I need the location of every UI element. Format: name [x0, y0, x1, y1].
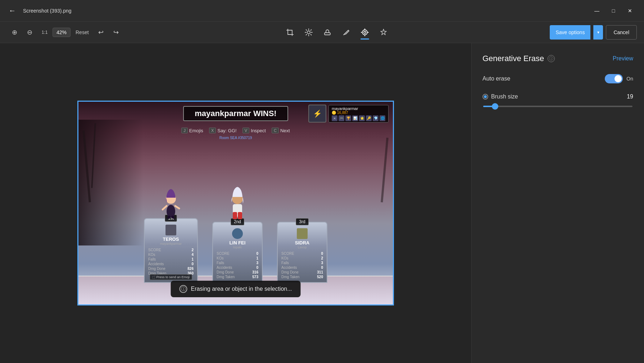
zoom-in-button[interactable]: ⊕ [7, 25, 22, 40]
status-message: Erasing area or object in the selection.… [191, 286, 292, 292]
action-key-x: X [209, 128, 216, 133]
undo-button[interactable]: ↩ [94, 25, 108, 40]
podium-name-3rd: SIDRA [295, 240, 309, 245]
brightness-tool-button[interactable] [301, 24, 317, 40]
char-1st [158, 183, 183, 220]
minimize-button[interactable]: — [589, 4, 605, 17]
save-options-dropdown-button[interactable]: ▾ [593, 25, 603, 40]
brush-size-radio[interactable] [482, 94, 488, 100]
toolbar: ⊕ ⊖ 1:1 42% Reset ↩ ↪ [0, 22, 644, 43]
status-info-icon: ⓘ [179, 285, 187, 293]
svg-point-10 [362, 30, 367, 35]
stat-icon-4: 📊 [352, 115, 358, 121]
maximize-button[interactable]: □ [605, 4, 622, 17]
svg-point-0 [307, 31, 310, 34]
podium-subname-3rd: Lavop [298, 245, 307, 249]
podium-platform-1st: 1st TEROS mayankparmar SCORE2 KOs4 Falls… [144, 218, 198, 283]
action-key-v: V [242, 128, 249, 133]
profile-stats: ⚔ 🎮 🏆 📊 ⭐ 🔑 💎 🌐 [332, 115, 385, 121]
action-label-saygg: Say: GG! [217, 128, 236, 133]
erase-tool-button[interactable] [357, 24, 373, 40]
podium-1st: 1st TEROS mayankparmar SCORE2 KOs4 Falls… [144, 183, 198, 283]
svg-rect-9 [325, 33, 330, 35]
close-button[interactable]: ✕ [622, 4, 638, 17]
brush-size-slider-track [483, 106, 632, 107]
score-grid-2nd: SCORE0 KOs1 Falls3 Accidents0 Dmg Done31… [217, 251, 258, 279]
action-next: C Next [272, 128, 290, 133]
reset-button[interactable]: Reset [71, 27, 93, 37]
toolbar-right: Save options ▾ Cancel [550, 25, 637, 40]
stat-icon-2: 🎮 [339, 115, 344, 121]
svg-rect-24 [233, 212, 237, 219]
characters-area: 1st TEROS mayankparmar SCORE2 KOs4 Falls… [78, 183, 393, 283]
panel-title: Generative Erase [482, 54, 544, 63]
stat-icon-8: 🌐 [380, 115, 385, 121]
action-inspect: V Inspect [242, 128, 266, 133]
score-grid-1st: SCORE2 KOs4 Falls1 Accidents0 Dmg Done82… [148, 248, 194, 276]
emoji-button[interactable]: ⬚ Press to send an Emoji [150, 274, 192, 280]
podium-platform-3rd: 3rd SIDRA Lavop SCORE0 KOs2 Falls3 Accid… [277, 222, 327, 283]
podium-name-1st: TEROS [163, 236, 179, 242]
action-saygg: X Say: GG! [209, 128, 237, 133]
svg-line-20 [167, 217, 169, 219]
brush-size-value: 19 [627, 93, 633, 100]
zoom-value: 42% [53, 28, 71, 37]
svg-line-19 [175, 206, 179, 208]
podium-avatar-2nd [232, 228, 243, 239]
auto-erase-toggle[interactable] [605, 74, 623, 83]
brush-size-slider-thumb[interactable] [492, 103, 498, 110]
status-tooltip: ⓘ Erasing area or object in the selectio… [171, 281, 300, 297]
action-label-inspect: Inspect [251, 128, 266, 133]
zoom-reset-button[interactable]: 1:1 [37, 25, 52, 40]
canvas-area: mayankparmar WINS! ⚡ mayankparmar 🟡 16,8… [0, 43, 471, 363]
svg-line-6 [310, 34, 311, 35]
window-controls: — □ ✕ [589, 4, 638, 17]
room-id: Room SEA #350719 [219, 136, 252, 140]
stat-icon-5: ⭐ [359, 115, 365, 121]
stat-icon-1: ⚔ [332, 115, 337, 121]
game-image: mayankparmar WINS! ⚡ mayankparmar 🟡 16,8… [78, 102, 393, 304]
podium-2nd: 2nd LIN FEI topaki SCORE0 KOs1 Falls3 Ac… [212, 183, 263, 283]
title-bar: ← Screenshot (393).png — □ ✕ [0, 0, 644, 22]
effects-tool-button[interactable] [376, 24, 391, 40]
cancel-button[interactable]: Cancel [606, 25, 637, 40]
zoom-out-button[interactable]: ⊖ [22, 25, 37, 40]
game-profile: ⚡ mayankparmar 🟡 16,887 ⚔ 🎮 🏆 📊 ⭐ [308, 105, 389, 123]
draw-tool-button[interactable] [338, 24, 354, 40]
svg-point-11 [364, 31, 366, 33]
save-options-button[interactable]: Save options [550, 25, 590, 40]
action-emojis: J Emojis [181, 128, 203, 133]
podium-platform-2nd: 2nd LIN FEI topaki SCORE0 KOs1 Falls3 Ac… [212, 222, 263, 283]
action-key-j: J [181, 128, 188, 133]
toggle-thumb [614, 75, 622, 82]
winner-banner: mayankparmar WINS! [183, 106, 288, 121]
gold-amount: 16,887 [337, 111, 348, 115]
profile-info: mayankparmar 🟡 16,887 ⚔ 🎮 🏆 📊 ⭐ 🔑 [328, 105, 389, 123]
place-badge-3rd: 3rd [296, 218, 308, 225]
panel-info-button[interactable]: ⓘ [548, 55, 555, 62]
action-bar: J Emojis X Say: GG! V Inspect C Next [78, 128, 393, 133]
char-2nd [223, 183, 252, 224]
auto-erase-state: On [626, 76, 633, 82]
zoom-controls: ⊕ ⊖ 1:1 42% Reset ↩ ↪ [7, 25, 123, 40]
winner-text: mayankparmar WINS! [195, 109, 276, 118]
redo-button[interactable]: ↪ [109, 25, 123, 40]
auto-erase-label: Auto erase [482, 75, 510, 82]
stat-icon-6: 🔑 [366, 115, 372, 121]
profile-icon: ⚡ [308, 105, 326, 123]
podium-subname-1st: mayankparmar [160, 242, 182, 245]
svg-line-8 [306, 34, 307, 35]
file-title: Screenshot (393).png [23, 8, 72, 14]
stat-icon-7: 💎 [373, 115, 378, 121]
crop-tool-button[interactable] [282, 24, 298, 40]
back-button[interactable]: ← [6, 4, 19, 17]
action-key-c: C [272, 128, 279, 133]
center-tools [125, 24, 549, 40]
main-content: mayankparmar WINS! ⚡ mayankparmar 🟡 16,8… [0, 43, 644, 363]
stamp-tool-button[interactable] [319, 24, 335, 40]
score-grid-3rd: SCORE0 KOs2 Falls3 Accidents0 Dmg Done31… [281, 251, 323, 279]
svg-line-21 [173, 217, 174, 219]
preview-button[interactable]: Preview [613, 55, 633, 62]
action-label-emojis: Emojis [189, 128, 203, 133]
brush-size-slider-container [482, 106, 633, 107]
